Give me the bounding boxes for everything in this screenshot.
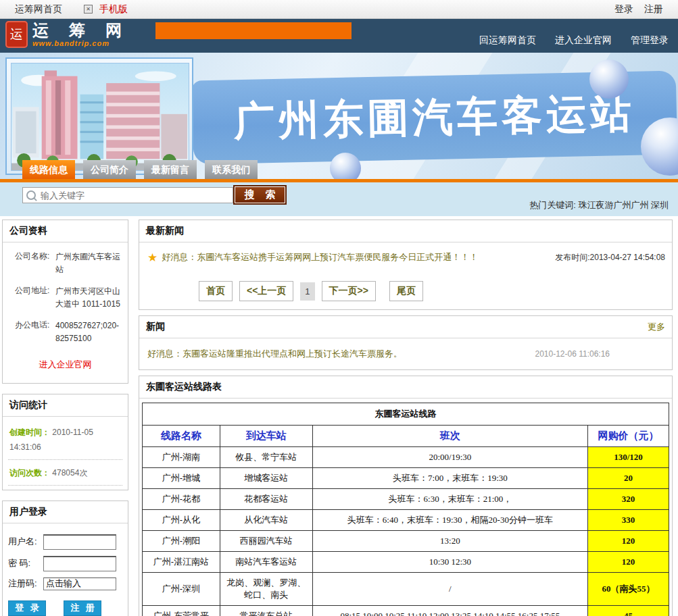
routes-column-header: 到达车站 (220, 426, 312, 447)
station-cell: 南站汽车客运站 (220, 552, 312, 573)
routes-header-row: 线路名称到达车站班次网购价（元） (143, 426, 669, 447)
pagination-prev-button[interactable]: <<上一页 (239, 281, 293, 301)
header-nav-admin-login[interactable]: 管理登录 (631, 34, 669, 47)
station-cell: 龙岗、观澜、罗湖、蛇口、南头 (220, 573, 312, 606)
company-name-label: 公司名称: (7, 251, 55, 276)
station-cell: 常平汽车总站 (220, 606, 312, 616)
top-utility-bar: 运筹网首页 ✕ 手机版 登录 注册 (0, 0, 678, 19)
header-nav: 回运筹网首页进入企业官网管理登录 (479, 34, 669, 47)
station-cell: 西丽园汽车站 (220, 531, 312, 552)
search-button[interactable]: 搜 索 (233, 185, 287, 205)
price-cell: 20 (588, 468, 669, 489)
header-orange-banner (155, 22, 352, 39)
tab-latest-messages[interactable]: 最新留言 (144, 160, 197, 179)
pagination-first-button[interactable]: 首页 (199, 281, 233, 301)
route-name-cell: 广州-深圳 (143, 573, 220, 606)
pagination-next-button[interactable]: 下一页>> (322, 281, 376, 301)
route-name-cell: 广州-增城 (143, 468, 220, 489)
latest-news-item[interactable]: ★ 好消息：东圃汽车客运站携手运筹网网上预订汽车票便民服务今日正式开通！！！ 发… (139, 242, 672, 263)
schedule-cell: 头班车：6:40，末班车：19:30，相隔20-30分钟一班车 (312, 510, 587, 531)
station-photo-frame (5, 57, 193, 175)
schedule-cell: 08:15 10:00 10:25 11:10 12:00 13:25 14:1… (312, 606, 587, 616)
route-name-cell: 广州-从化 (143, 510, 220, 531)
route-row: 广州-花都花都客运站头班车：6:30，末班车：21:00，320 (143, 489, 669, 510)
visit-count-label: 访问次数： (9, 468, 50, 478)
enter-official-site-link[interactable]: 进入企业官网 (7, 359, 124, 371)
username-field[interactable] (43, 534, 116, 550)
register-button[interactable]: 注 册 (64, 600, 101, 616)
company-info-title: 公司资料 (3, 220, 128, 242)
password-field[interactable] (43, 556, 116, 571)
user-login-box: 用户登录 用户名: 密 码: 注册码: (2, 500, 128, 616)
logo-url: www.bandtrip.com (32, 39, 130, 47)
schedule-cell: 20:00/19:30 (312, 447, 587, 468)
sidebar: 公司资料 公司名称: 广州东圃汽车客运站 公司地址: 广州市天河区中山大道中 1… (2, 220, 128, 616)
news-title: 新闻 更多 (139, 316, 672, 338)
routes-column-header: 线路名称 (143, 426, 220, 447)
search-input-wrap (22, 187, 233, 203)
news-more-link[interactable]: 更多 (648, 321, 665, 333)
routes-table-title: 东圃客运站线路 (143, 403, 669, 426)
latest-news-title: 最新新闻 (139, 220, 672, 242)
route-name-cell: 广州-花都 (143, 489, 220, 510)
route-row: 广州-东莞常平常平汽车总站08:15 10:00 10:25 11:10 12:… (143, 606, 669, 616)
route-name-cell: 广州-湖南 (143, 447, 220, 468)
company-address-label: 公司地址: (7, 285, 55, 310)
star-icon: ★ (147, 252, 158, 263)
site-logo[interactable]: 运 运 筹 网 www.bandtrip.com (5, 21, 130, 48)
company-name-value: 广州东圃汽车客运站 (55, 251, 124, 276)
search-input[interactable] (39, 190, 224, 201)
publish-time: 发布时间:2013-04-27 14:54:08 (550, 252, 665, 263)
route-row: 广州-湖南攸县、常宁车站20:00/19:30130/120 (143, 447, 669, 468)
site-header: 运 运 筹 网 www.bandtrip.com 回运筹网首页进入企业官网管理登… (0, 19, 678, 53)
sphere-decoration (330, 153, 361, 179)
header-nav-enter-official-site[interactable]: 进入企业官网 (555, 34, 612, 47)
company-phone-label: 办公电话: (7, 319, 55, 344)
created-time-row: 创建时间： 2010-11-05 14:31:06 (8, 419, 122, 461)
price-cell: 330 (588, 510, 669, 531)
visit-stats-title: 访问统计 (3, 394, 128, 417)
hot-keywords: 热门关键词: 珠江夜游广州广州 深圳 (529, 199, 669, 211)
broken-image-icon: ✕ (84, 5, 93, 14)
company-phone-value: 4008527627;020-82575100 (55, 319, 124, 344)
route-row: 广州-深圳龙岗、观澜、罗湖、蛇口、南头/60（南头55） (143, 573, 669, 606)
page: 运筹网首页 ✕ 手机版 登录 注册 运 运 筹 网 www.bandtrip.c… (0, 0, 678, 616)
station-cell: 从化汽车站 (220, 510, 312, 531)
route-name-cell: 广州-东莞常平 (143, 606, 220, 616)
routes-table: 东圃客运站线路 线路名称到达车站班次网购价（元） 广州-湖南攸县、常宁车站20:… (142, 403, 669, 616)
station-banner: 广州东圃汽车客运站 (0, 53, 678, 179)
price-cell: 120 (588, 531, 669, 552)
news-item-date: 2010-12-06 11:06:16 (535, 349, 610, 359)
tab-company-profile[interactable]: 公司简介 (83, 160, 136, 179)
route-name-cell: 广州-湛江南站 (143, 552, 220, 573)
route-row: 广州-从化从化汽车站头班车：6:40，末班车：19:30，相隔20-30分钟一班… (143, 510, 669, 531)
route-name-cell: 广州-潮阳 (143, 531, 220, 552)
route-row: 广州-潮阳西丽园汽车站13:20120 (143, 531, 669, 552)
schedule-cell: 头班车：6:30，末班车：21:00， (312, 489, 587, 510)
captcha-field[interactable] (43, 578, 116, 590)
logo-text: 运 筹 网 (32, 22, 130, 38)
header-nav-back-home[interactable]: 回运筹网首页 (479, 34, 536, 47)
sphere-decoration (589, 59, 629, 99)
station-cell: 增城客运站 (220, 468, 312, 489)
route-row: 广州-增城增城客运站头班车：7:00，末班车：19:3020 (143, 468, 669, 489)
tab-route-info[interactable]: 线路信息 (22, 160, 75, 179)
company-address-value: 广州市天河区中山大道中 1011-1015 (55, 285, 124, 310)
schedule-cell: / (312, 573, 587, 606)
topbar-home-link[interactable]: 运筹网首页 (15, 3, 62, 16)
topbar-mobile-link[interactable]: 手机版 (99, 3, 128, 16)
station-title: 广州东圃汽车客运站 (233, 86, 636, 149)
content-area: 公司资料 公司名称: 广州东圃汽车客运站 公司地址: 广州市天河区中山大道中 1… (0, 216, 678, 616)
logo-seal-icon: 运 (5, 21, 28, 48)
username-label: 用户名: (8, 536, 43, 548)
login-button[interactable]: 登 录 (8, 600, 46, 616)
news-item[interactable]: 好消息：东圃客运站隆重推出代理点和网上预订长途汽车票服务。 2010-12-06… (139, 338, 672, 369)
tab-contact-us[interactable]: 联系我们 (205, 160, 258, 179)
topbar-register-link[interactable]: 注册 (644, 3, 663, 16)
price-cell: 320 (588, 489, 669, 510)
topbar-login-link[interactable]: 登录 (614, 3, 633, 16)
pagination-last-button[interactable]: 尾页 (389, 281, 423, 301)
routes-box-title: 东圃客运站线路表 (139, 376, 672, 399)
captcha-label: 注册码: (8, 578, 43, 590)
main-column: 最新新闻 ★ 好消息：东圃汽车客运站携手运筹网网上预订汽车票便民服务今日正式开通… (139, 220, 673, 616)
